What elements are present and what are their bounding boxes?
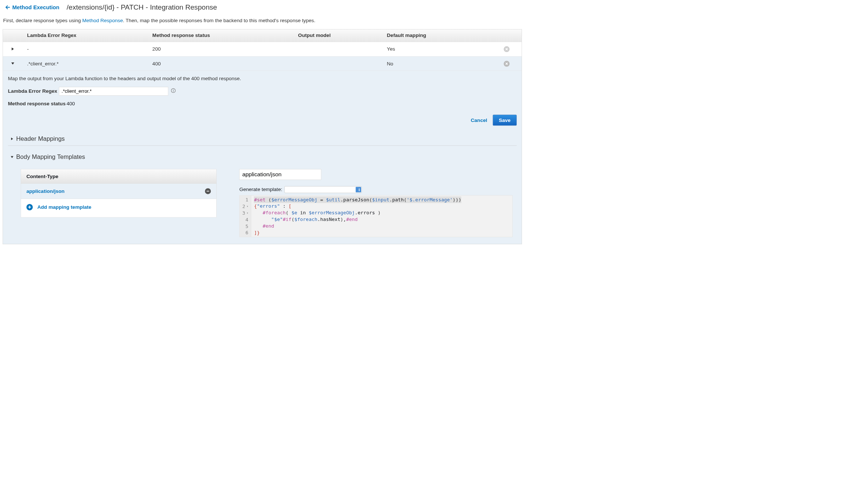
- section-title: Header Mappings: [16, 135, 65, 142]
- status-value: 400: [67, 101, 75, 106]
- svg-marker-10: [11, 137, 13, 140]
- table-header-row: Lambda Error Regex Method response statu…: [3, 29, 522, 42]
- code-content[interactable]: #set ($errorMessageObj = $util.parseJson…: [251, 195, 464, 237]
- generate-template-select[interactable]: ▴▾: [285, 186, 362, 193]
- chevron-up-down-icon: ▴▾: [359, 188, 360, 191]
- save-button[interactable]: Save: [493, 115, 517, 126]
- cell-model: [294, 61, 382, 67]
- th-status: Method response status: [148, 29, 294, 41]
- page-title: /extensions/{id} - PATCH - Integration R…: [67, 3, 217, 11]
- cell-model: [294, 46, 382, 52]
- generate-template-label: Generate template:: [239, 187, 282, 193]
- content-type-header: Content-Type: [21, 169, 217, 184]
- caret-right-icon[interactable]: [11, 46, 15, 52]
- body-mapping-accordion[interactable]: Body Mapping Templates: [8, 150, 517, 164]
- svg-rect-8: [173, 90, 173, 92]
- regex-label: Lambda Error Regex: [8, 88, 57, 94]
- info-icon[interactable]: [171, 88, 176, 94]
- header-mappings-accordion[interactable]: Header Mappings: [8, 132, 517, 146]
- response-detail-panel: Map the output from your Lambda function…: [3, 71, 522, 244]
- svg-marker-11: [11, 156, 13, 158]
- add-mapping-template-label: Add mapping template: [37, 204, 91, 210]
- th-default: Default mapping: [382, 29, 492, 41]
- cell-default: No: [382, 58, 492, 70]
- content-type-row[interactable]: application/json: [21, 184, 217, 199]
- lambda-error-regex-input[interactable]: [59, 87, 169, 95]
- cell-default: Yes: [382, 43, 492, 55]
- caret-down-icon[interactable]: [11, 61, 15, 67]
- status-label: Method response status: [8, 101, 66, 106]
- svg-marker-1: [12, 47, 14, 50]
- add-mapping-template-row[interactable]: Add mapping template: [21, 199, 217, 217]
- content-type-panel: Content-Type application/json Add mappin…: [21, 169, 217, 218]
- delete-response-button[interactable]: [504, 61, 510, 67]
- th-regex: Lambda Error Regex: [23, 29, 148, 41]
- delete-response-button[interactable]: [504, 46, 510, 52]
- cell-regex: -: [23, 43, 148, 55]
- content-type-value-input[interactable]: [239, 169, 321, 180]
- back-method-execution-link[interactable]: Method Execution: [5, 4, 60, 10]
- cancel-button[interactable]: Cancel: [469, 115, 489, 125]
- arrow-left-icon: [5, 4, 11, 10]
- template-code-editor[interactable]: 1 2▾ 3▾ 4 5 6 #set ($errorMessageObj = $…: [239, 195, 512, 237]
- content-type-name[interactable]: application/json: [26, 188, 64, 194]
- detail-description: Map the output from your Lambda function…: [8, 76, 517, 82]
- section-title: Body Mapping Templates: [16, 153, 85, 160]
- cell-status: 200: [148, 43, 294, 55]
- caret-down-icon: [8, 155, 16, 159]
- table-row[interactable]: - 200 Yes: [3, 42, 522, 56]
- integration-response-table: Lambda Error Regex Method response statu…: [3, 29, 522, 244]
- svg-marker-4: [11, 62, 14, 65]
- intro-text: First, declare response types using Meth…: [0, 12, 522, 27]
- caret-right-icon: [8, 137, 16, 140]
- method-response-link[interactable]: Method Response: [82, 18, 123, 23]
- plus-icon: [26, 204, 33, 210]
- cell-regex: .*client_error.*: [23, 58, 148, 70]
- svg-rect-9: [173, 89, 173, 89]
- remove-content-type-button[interactable]: [205, 188, 211, 194]
- code-gutter: 1 2▾ 3▾ 4 5 6: [240, 195, 251, 237]
- cell-status: 400: [148, 58, 294, 70]
- table-row[interactable]: .*client_error.* 400 No: [3, 57, 522, 71]
- th-model: Output model: [294, 29, 382, 41]
- back-label: Method Execution: [12, 4, 59, 10]
